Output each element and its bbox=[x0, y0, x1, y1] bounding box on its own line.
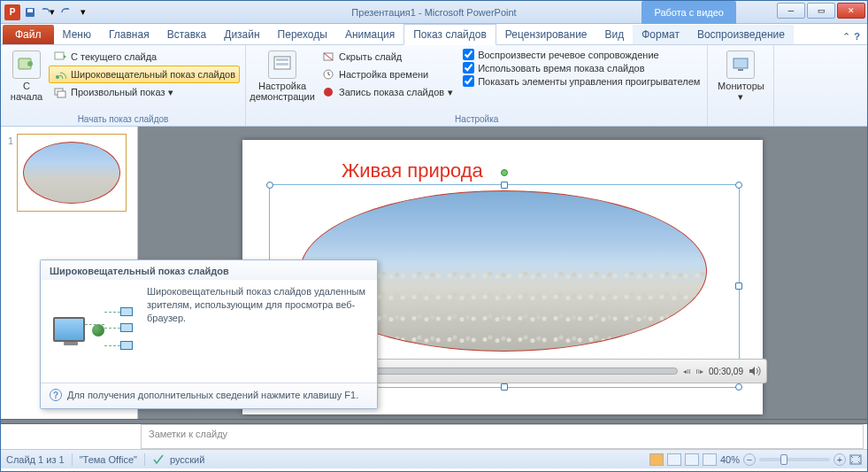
tab-menu[interactable]: Меню bbox=[54, 25, 100, 44]
step-fwd-icon[interactable]: II▸ bbox=[696, 368, 703, 375]
thumb-number: 1 bbox=[4, 134, 13, 212]
step-back-icon[interactable]: ◂II bbox=[683, 368, 690, 375]
svg-rect-17 bbox=[738, 69, 743, 71]
workspace: 1 Живая природа bbox=[1, 127, 867, 419]
help-icon[interactable]: ? bbox=[854, 31, 860, 43]
svg-point-15 bbox=[324, 88, 333, 97]
projector-icon bbox=[12, 50, 41, 79]
window-controls: ─ ▭ ✕ bbox=[775, 1, 867, 20]
tooltip-title: Широковещательный показ слайдов bbox=[41, 260, 377, 280]
media-controls-checkbox[interactable]: Показать элементы управления проигрывате… bbox=[461, 74, 702, 88]
hide-slide-button[interactable]: Скрыть слайд bbox=[317, 48, 457, 66]
maximize-button[interactable]: ▭ bbox=[807, 3, 835, 19]
tab-home[interactable]: Главная bbox=[100, 25, 158, 44]
setup-slideshow-button[interactable]: Настройка демонстрации bbox=[251, 48, 313, 104]
qat-customize-icon[interactable]: ▾ bbox=[75, 4, 91, 20]
monitor-icon bbox=[726, 50, 755, 79]
group-start-label: Начать показ слайдов bbox=[6, 112, 240, 124]
volume-icon[interactable] bbox=[749, 366, 761, 376]
svg-point-6 bbox=[56, 75, 59, 79]
tooltip-panel: Широковещательный показ слайдов Широкове… bbox=[40, 259, 378, 409]
fit-window-button[interactable] bbox=[849, 454, 862, 465]
minimize-button[interactable]: ─ bbox=[777, 3, 805, 19]
media-time: 00:30,09 bbox=[709, 367, 743, 376]
slide-title[interactable]: Живая природа bbox=[342, 159, 483, 182]
dropdown-icon: ▾ bbox=[168, 87, 173, 98]
status-bar: Слайд 1 из 1 "Тема Office" русский 40% −… bbox=[1, 449, 867, 468]
narration-checkbox[interactable]: Воспроизвести речевое сопровождение bbox=[461, 48, 702, 61]
zoom-out-button[interactable]: − bbox=[743, 453, 756, 466]
group-start-slideshow: С начала С текущего слайда Широковещател… bbox=[1, 45, 246, 126]
tab-video-playback[interactable]: Воспроизведение bbox=[688, 25, 794, 44]
app-icon[interactable]: P bbox=[4, 4, 20, 20]
redo-icon[interactable] bbox=[58, 4, 73, 20]
svg-rect-11 bbox=[276, 63, 288, 66]
title-bar: P ▾ ▾ Презентация1 - Microsoft PowerPoin… bbox=[1, 1, 867, 24]
resize-handle[interactable] bbox=[501, 182, 508, 189]
zoom-handle[interactable] bbox=[780, 454, 787, 465]
ribbon: С начала С текущего слайда Широковещател… bbox=[1, 45, 867, 127]
group-monitors: Мониторы ▾ bbox=[708, 45, 774, 126]
rehearse-button[interactable]: Настройка времени bbox=[317, 66, 457, 83]
broadcast-icon bbox=[53, 67, 67, 81]
custom-show-button[interactable]: Произвольный показ ▾ bbox=[49, 83, 240, 101]
tab-video-format[interactable]: Формат bbox=[633, 25, 688, 44]
tooltip-diagram bbox=[50, 285, 138, 374]
svg-marker-19 bbox=[749, 367, 755, 375]
zoom-slider[interactable] bbox=[759, 458, 830, 461]
undo-icon[interactable]: ▾ bbox=[40, 4, 56, 20]
zoom-label: 40% bbox=[720, 454, 740, 465]
tooltip-description: Широковещательный показ слайдов удаленны… bbox=[147, 285, 368, 374]
tab-design[interactable]: Дизайн bbox=[215, 25, 268, 44]
tab-transitions[interactable]: Переходы bbox=[269, 25, 336, 44]
monitors-label: Мониторы bbox=[718, 81, 764, 91]
status-slide-count: Слайд 1 из 1 bbox=[6, 454, 65, 465]
tab-insert[interactable]: Вставка bbox=[158, 25, 216, 44]
resize-handle[interactable] bbox=[266, 182, 273, 189]
view-reading-button[interactable] bbox=[685, 453, 699, 466]
resize-handle[interactable] bbox=[735, 383, 742, 391]
slide-thumbnail-1[interactable] bbox=[17, 134, 127, 212]
status-theme: "Тема Office" bbox=[80, 454, 137, 465]
hide-slide-icon bbox=[321, 50, 335, 64]
resize-handle[interactable] bbox=[501, 383, 508, 391]
monitors-button[interactable]: Мониторы ▾ bbox=[713, 48, 768, 104]
tooltip-footer: ? Для получения дополнительных сведений … bbox=[41, 383, 377, 408]
view-sorter-button[interactable] bbox=[667, 453, 681, 466]
group-setup-label: Настройка bbox=[251, 112, 702, 124]
close-button[interactable]: ✕ bbox=[837, 3, 865, 19]
svg-rect-8 bbox=[58, 91, 65, 97]
tab-view[interactable]: Вид bbox=[596, 25, 634, 44]
ribbon-minimize-icon[interactable]: ⌃ bbox=[842, 31, 850, 43]
group-setup: Настройка демонстрации Скрыть слайд Наст… bbox=[246, 45, 708, 126]
spellcheck-icon[interactable] bbox=[152, 454, 165, 465]
setup-label: Настройка демонстрации bbox=[250, 81, 315, 102]
notes-pane[interactable]: Заметки к слайду bbox=[141, 424, 864, 449]
resize-handle[interactable] bbox=[735, 182, 742, 189]
dropdown-icon: ▾ bbox=[448, 87, 453, 98]
record-button[interactable]: Запись показа слайдов▾ bbox=[317, 83, 457, 101]
tab-file[interactable]: Файл bbox=[3, 25, 54, 44]
zoom-in-button[interactable]: + bbox=[833, 453, 846, 466]
tab-slideshow[interactable]: Показ слайдов bbox=[403, 24, 496, 45]
rotate-handle[interactable] bbox=[501, 169, 508, 176]
window-title: Презентация1 - Microsoft PowerPoint bbox=[1, 7, 867, 18]
svg-point-3 bbox=[27, 61, 33, 66]
view-normal-button[interactable] bbox=[649, 453, 664, 466]
view-slideshow-button[interactable] bbox=[703, 453, 717, 466]
from-beginning-button[interactable]: С начала bbox=[6, 48, 47, 104]
svg-rect-1 bbox=[27, 9, 33, 12]
setup-icon bbox=[268, 50, 296, 79]
tab-animation[interactable]: Анимация bbox=[336, 25, 403, 44]
record-icon bbox=[321, 85, 335, 99]
resize-handle[interactable] bbox=[735, 282, 742, 290]
svg-rect-4 bbox=[55, 52, 64, 59]
svg-rect-10 bbox=[276, 58, 288, 61]
from-current-button[interactable]: С текущего слайда bbox=[49, 48, 240, 66]
timings-checkbox[interactable]: Использовать время показа слайдов bbox=[461, 61, 702, 74]
save-icon[interactable] bbox=[22, 4, 38, 20]
tab-review[interactable]: Рецензирование bbox=[496, 25, 596, 44]
status-language[interactable]: русский bbox=[170, 454, 204, 465]
from-beginning-label: С начала bbox=[9, 81, 44, 102]
broadcast-button[interactable]: Широковещательный показ слайдов bbox=[49, 66, 240, 83]
